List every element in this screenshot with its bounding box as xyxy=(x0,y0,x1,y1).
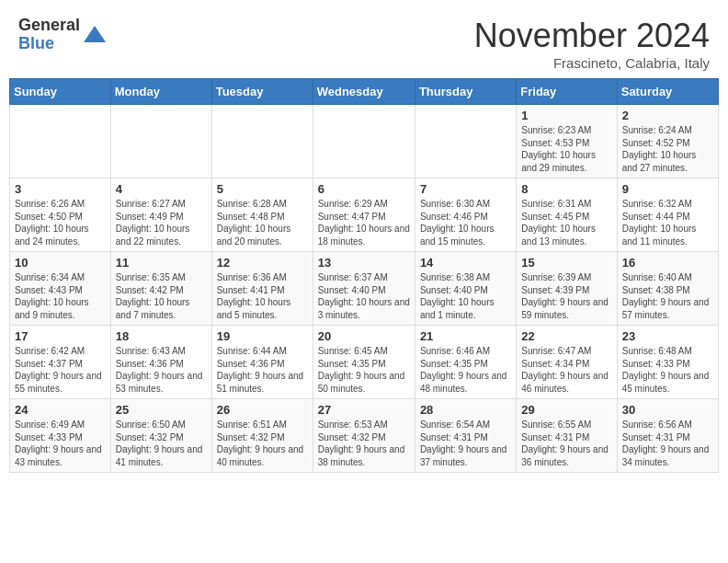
day-number: 21 xyxy=(420,329,511,343)
day-number: 17 xyxy=(15,329,106,343)
calendar-cell: 14Sunrise: 6:38 AM Sunset: 4:40 PM Dayli… xyxy=(415,252,516,326)
calendar-cell: 26Sunrise: 6:51 AM Sunset: 4:32 PM Dayli… xyxy=(211,399,313,473)
day-info: Sunrise: 6:50 AM Sunset: 4:32 PM Dayligh… xyxy=(116,419,207,468)
day-info: Sunrise: 6:53 AM Sunset: 4:32 PM Dayligh… xyxy=(318,419,410,468)
title-section: November 2024 Frascineto, Calabria, Ital… xyxy=(474,17,710,71)
calendar-cell: 24Sunrise: 6:49 AM Sunset: 4:33 PM Dayli… xyxy=(10,399,111,473)
day-number: 1 xyxy=(521,109,611,122)
page-header: General Blue November 2024 Frascineto, C… xyxy=(9,9,719,75)
calendar-cell xyxy=(415,105,516,178)
day-number: 18 xyxy=(116,329,207,343)
day-number: 13 xyxy=(318,256,410,270)
day-number: 23 xyxy=(622,329,713,343)
day-info: Sunrise: 6:48 AM Sunset: 4:33 PM Dayligh… xyxy=(622,345,713,395)
calendar-table: SundayMondayTuesdayWednesdayThursdayFrid… xyxy=(9,78,719,473)
day-number: 27 xyxy=(318,403,410,417)
day-info: Sunrise: 6:45 AM Sunset: 4:35 PM Dayligh… xyxy=(318,345,410,395)
day-info: Sunrise: 6:36 AM Sunset: 4:41 PM Dayligh… xyxy=(217,271,308,321)
day-info: Sunrise: 6:40 AM Sunset: 4:38 PM Dayligh… xyxy=(622,271,713,321)
calendar-week-1: 1Sunrise: 6:23 AM Sunset: 4:53 PM Daylig… xyxy=(10,105,719,178)
calendar-cell xyxy=(10,105,111,178)
calendar-cell: 2Sunrise: 6:24 AM Sunset: 4:52 PM Daylig… xyxy=(617,105,718,178)
day-number: 14 xyxy=(420,256,511,270)
day-info: Sunrise: 6:26 AM Sunset: 4:50 PM Dayligh… xyxy=(15,198,106,247)
day-number: 3 xyxy=(15,182,106,196)
calendar-cell: 16Sunrise: 6:40 AM Sunset: 4:38 PM Dayli… xyxy=(617,252,718,326)
day-number: 30 xyxy=(622,403,713,417)
day-number: 25 xyxy=(116,403,207,417)
weekday-header-saturday: Saturday xyxy=(617,79,718,105)
logo-blue: Blue xyxy=(18,35,80,53)
calendar-cell xyxy=(211,105,313,178)
day-number: 15 xyxy=(521,256,611,270)
day-number: 29 xyxy=(521,403,611,417)
calendar-cell: 18Sunrise: 6:43 AM Sunset: 4:36 PM Dayli… xyxy=(110,326,211,399)
logo-general: General xyxy=(18,17,80,35)
day-info: Sunrise: 6:46 AM Sunset: 4:35 PM Dayligh… xyxy=(420,345,511,395)
day-number: 2 xyxy=(622,109,713,122)
calendar-cell: 6Sunrise: 6:29 AM Sunset: 4:47 PM Daylig… xyxy=(313,178,415,252)
calendar-week-3: 10Sunrise: 6:34 AM Sunset: 4:43 PM Dayli… xyxy=(10,252,719,326)
calendar-cell: 7Sunrise: 6:30 AM Sunset: 4:46 PM Daylig… xyxy=(415,178,516,252)
day-info: Sunrise: 6:51 AM Sunset: 4:32 PM Dayligh… xyxy=(217,419,308,468)
svg-marker-0 xyxy=(84,26,106,42)
day-number: 8 xyxy=(521,182,611,196)
calendar-cell: 19Sunrise: 6:44 AM Sunset: 4:36 PM Dayli… xyxy=(211,326,313,399)
weekday-header-wednesday: Wednesday xyxy=(313,79,415,105)
weekday-header-friday: Friday xyxy=(517,79,617,105)
day-info: Sunrise: 6:35 AM Sunset: 4:42 PM Dayligh… xyxy=(116,271,207,321)
day-info: Sunrise: 6:28 AM Sunset: 4:48 PM Dayligh… xyxy=(217,198,308,247)
calendar-week-2: 3Sunrise: 6:26 AM Sunset: 4:50 PM Daylig… xyxy=(10,178,719,252)
calendar-cell: 4Sunrise: 6:27 AM Sunset: 4:49 PM Daylig… xyxy=(110,178,211,252)
calendar-cell xyxy=(110,105,211,178)
weekday-header-row: SundayMondayTuesdayWednesdayThursdayFrid… xyxy=(10,79,719,105)
day-info: Sunrise: 6:34 AM Sunset: 4:43 PM Dayligh… xyxy=(15,271,106,321)
day-info: Sunrise: 6:24 AM Sunset: 4:52 PM Dayligh… xyxy=(622,124,713,174)
day-info: Sunrise: 6:37 AM Sunset: 4:40 PM Dayligh… xyxy=(318,271,410,321)
day-info: Sunrise: 6:49 AM Sunset: 4:33 PM Dayligh… xyxy=(15,419,106,468)
calendar-cell xyxy=(313,105,415,178)
day-number: 10 xyxy=(15,256,106,270)
day-number: 22 xyxy=(521,329,611,343)
calendar-cell: 21Sunrise: 6:46 AM Sunset: 4:35 PM Dayli… xyxy=(415,326,516,399)
day-info: Sunrise: 6:29 AM Sunset: 4:47 PM Dayligh… xyxy=(318,198,410,247)
calendar-cell: 13Sunrise: 6:37 AM Sunset: 4:40 PM Dayli… xyxy=(313,252,415,326)
calendar-cell: 15Sunrise: 6:39 AM Sunset: 4:39 PM Dayli… xyxy=(517,252,617,326)
calendar-cell: 1Sunrise: 6:23 AM Sunset: 4:53 PM Daylig… xyxy=(517,105,617,178)
calendar-cell: 8Sunrise: 6:31 AM Sunset: 4:45 PM Daylig… xyxy=(517,178,617,252)
calendar-cell: 22Sunrise: 6:47 AM Sunset: 4:34 PM Dayli… xyxy=(517,326,617,399)
day-number: 6 xyxy=(318,182,410,196)
day-number: 26 xyxy=(217,403,308,417)
calendar-cell: 23Sunrise: 6:48 AM Sunset: 4:33 PM Dayli… xyxy=(617,326,718,399)
weekday-header-monday: Monday xyxy=(110,79,211,105)
day-info: Sunrise: 6:47 AM Sunset: 4:34 PM Dayligh… xyxy=(521,345,611,395)
calendar-cell: 12Sunrise: 6:36 AM Sunset: 4:41 PM Dayli… xyxy=(211,252,313,326)
day-info: Sunrise: 6:23 AM Sunset: 4:53 PM Dayligh… xyxy=(521,124,611,174)
day-number: 19 xyxy=(217,329,308,343)
weekday-header-tuesday: Tuesday xyxy=(211,79,313,105)
day-info: Sunrise: 6:31 AM Sunset: 4:45 PM Dayligh… xyxy=(521,198,611,247)
day-number: 28 xyxy=(420,403,511,417)
month-title: November 2024 xyxy=(474,17,710,55)
day-info: Sunrise: 6:39 AM Sunset: 4:39 PM Dayligh… xyxy=(521,271,611,321)
day-info: Sunrise: 6:32 AM Sunset: 4:44 PM Dayligh… xyxy=(622,198,713,247)
calendar-cell: 27Sunrise: 6:53 AM Sunset: 4:32 PM Dayli… xyxy=(313,399,415,473)
weekday-header-thursday: Thursday xyxy=(415,79,516,105)
calendar-cell: 11Sunrise: 6:35 AM Sunset: 4:42 PM Dayli… xyxy=(110,252,211,326)
day-number: 4 xyxy=(116,182,207,196)
day-number: 16 xyxy=(622,256,713,270)
day-number: 7 xyxy=(420,182,511,196)
calendar-cell: 10Sunrise: 6:34 AM Sunset: 4:43 PM Dayli… xyxy=(10,252,111,326)
day-info: Sunrise: 6:30 AM Sunset: 4:46 PM Dayligh… xyxy=(420,198,511,247)
day-number: 9 xyxy=(622,182,713,196)
weekday-header-sunday: Sunday xyxy=(10,79,111,105)
day-info: Sunrise: 6:38 AM Sunset: 4:40 PM Dayligh… xyxy=(420,271,511,321)
day-info: Sunrise: 6:43 AM Sunset: 4:36 PM Dayligh… xyxy=(116,345,207,395)
logo: General Blue xyxy=(18,17,108,53)
day-number: 12 xyxy=(217,256,308,270)
calendar-cell: 3Sunrise: 6:26 AM Sunset: 4:50 PM Daylig… xyxy=(10,178,111,252)
day-info: Sunrise: 6:42 AM Sunset: 4:37 PM Dayligh… xyxy=(15,345,106,395)
calendar-cell: 20Sunrise: 6:45 AM Sunset: 4:35 PM Dayli… xyxy=(313,326,415,399)
calendar-cell: 9Sunrise: 6:32 AM Sunset: 4:44 PM Daylig… xyxy=(617,178,718,252)
day-number: 11 xyxy=(116,256,207,270)
